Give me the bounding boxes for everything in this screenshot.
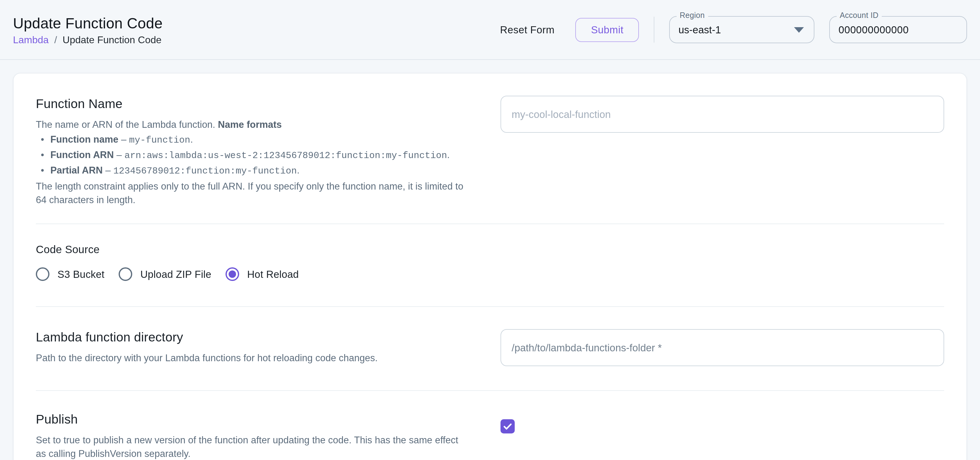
directory-input[interactable] (501, 329, 944, 366)
page-header: Update Function Code Lambda / Update Fun… (0, 0, 980, 60)
radio-checked-icon (226, 267, 239, 281)
section-function-name: Function Name The name or ARN of the Lam… (36, 96, 944, 224)
app-viewport: Update Function Code Lambda / Update Fun… (0, 0, 980, 460)
name-format-list: Function name – my-function. Function AR… (36, 132, 474, 178)
radio-icon (36, 267, 49, 281)
chevron-down-icon (794, 27, 804, 32)
function-name-heading: Function Name (36, 96, 474, 112)
account-id-label: Account ID (837, 11, 881, 21)
directory-heading: Lambda function directory (36, 329, 474, 346)
check-icon (502, 421, 513, 431)
function-name-input[interactable] (501, 96, 944, 133)
function-name-info: Function Name The name or ARN of the Lam… (36, 96, 474, 208)
account-id-input[interactable] (838, 24, 958, 35)
account-id-field: Account ID (829, 16, 967, 43)
radio-icon (119, 267, 132, 281)
breadcrumb: Lambda / Update Function Code (13, 34, 162, 46)
function-name-description: The name or ARN of the Lambda function. … (36, 117, 474, 208)
section-publish: Publish Set to true to publish a new ver… (36, 391, 944, 460)
header-actions: Reset Form Submit Region us-east-1 Accou… (494, 16, 967, 43)
publish-info: Publish Set to true to publish a new ver… (36, 411, 474, 460)
header-titles: Update Function Code Lambda / Update Fun… (13, 13, 162, 46)
breadcrumb-current: Update Function Code (63, 34, 162, 46)
section-directory: Lambda function directory Path to the di… (36, 307, 944, 390)
radio-s3-bucket[interactable]: S3 Bucket (36, 267, 104, 281)
section-code-source: Code Source S3 Bucket Upload ZIP File Ho… (36, 224, 944, 306)
directory-input-wrap (501, 329, 944, 366)
breadcrumb-lambda-link[interactable]: Lambda (13, 34, 49, 46)
region-select[interactable]: Region us-east-1 (669, 16, 815, 43)
list-item: Partial ARN – 123456789012:function:my-f… (41, 163, 474, 178)
submit-button[interactable]: Submit (576, 17, 639, 42)
code-source-radio-group: S3 Bucket Upload ZIP File Hot Reload (36, 267, 944, 281)
region-select-value: us-east-1 (678, 24, 794, 35)
breadcrumb-separator: / (54, 34, 57, 46)
function-name-input-wrap (501, 96, 944, 133)
header-divider (654, 17, 654, 43)
list-item: Function ARN – arn:aws:lambda:us-west-2:… (41, 148, 474, 163)
list-item: Function name – my-function. (41, 132, 474, 147)
publish-checkbox[interactable] (501, 419, 515, 433)
publish-heading: Publish (36, 411, 474, 428)
region-select-label: Region (677, 11, 708, 21)
directory-info: Lambda function directory Path to the di… (36, 329, 474, 365)
publish-description: Set to true to publish a new version of … (36, 433, 468, 460)
function-name-intro-bold: Name formats (218, 119, 282, 129)
radio-hot-reload[interactable]: Hot Reload (226, 267, 299, 281)
reset-form-button[interactable]: Reset Form (494, 19, 561, 40)
directory-description: Path to the directory with your Lambda f… (36, 351, 474, 365)
function-name-intro: The name or ARN of the Lambda function. (36, 119, 218, 129)
page-title: Update Function Code (13, 14, 162, 32)
code-source-heading: Code Source (36, 243, 944, 257)
publish-checkbox-wrap (501, 411, 944, 433)
radio-upload-zip[interactable]: Upload ZIP File (119, 267, 211, 281)
form-card: Function Name The name or ARN of the Lam… (13, 73, 967, 460)
function-name-constraint-note: The length constraint applies only to th… (36, 179, 474, 208)
